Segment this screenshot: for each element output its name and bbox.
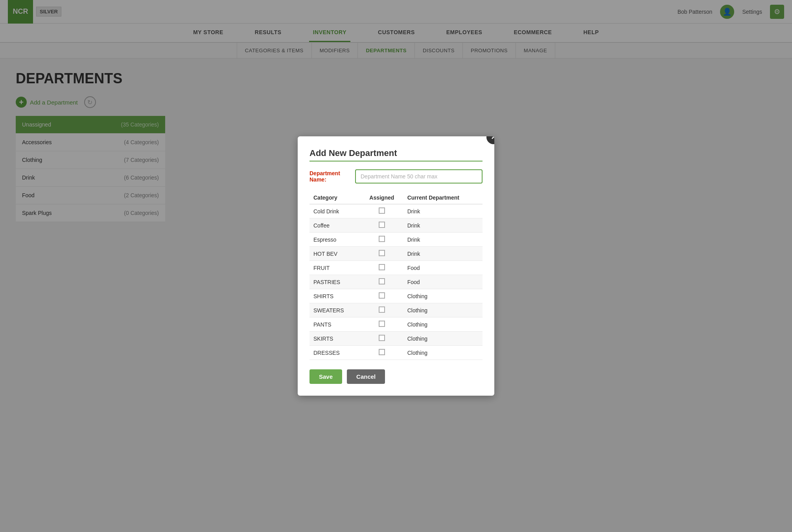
- table-row: Coffee Drink: [309, 218, 483, 233]
- category-name: Cold Drink: [309, 204, 360, 218]
- table-row: Cold Drink Drink: [309, 204, 483, 218]
- dept-name-label: DepartmentName:: [309, 170, 349, 183]
- table-row: Espresso Drink: [309, 233, 483, 234]
- current-dept: Drink: [403, 218, 483, 233]
- categories-table: Category Assigned Current Department Col…: [309, 191, 483, 234]
- assigned-cell: [360, 233, 403, 234]
- assigned-cell: [360, 218, 403, 233]
- add-department-modal: ✕ Add New Department DepartmentName: Cat…: [298, 136, 494, 234]
- modal-divider: [309, 161, 483, 161]
- modal-title: Add New Department: [309, 148, 483, 158]
- col-header-current-dept: Current Department: [403, 191, 483, 204]
- col-header-category: Category: [309, 191, 360, 204]
- assigned-checkbox[interactable]: [379, 222, 385, 228]
- modal-overlay: ✕ Add New Department DepartmentName: Cat…: [0, 0, 792, 234]
- current-dept: Drink: [403, 204, 483, 218]
- col-header-assigned: Assigned: [360, 191, 403, 204]
- assigned-cell: [360, 204, 403, 218]
- category-name: Coffee: [309, 218, 360, 233]
- current-dept: Drink: [403, 233, 483, 234]
- dept-name-row: DepartmentName:: [309, 169, 483, 183]
- modal-close-button[interactable]: ✕: [486, 136, 494, 144]
- assigned-checkbox[interactable]: [379, 207, 385, 214]
- category-name: Espresso: [309, 233, 360, 234]
- dept-name-input[interactable]: [355, 169, 483, 183]
